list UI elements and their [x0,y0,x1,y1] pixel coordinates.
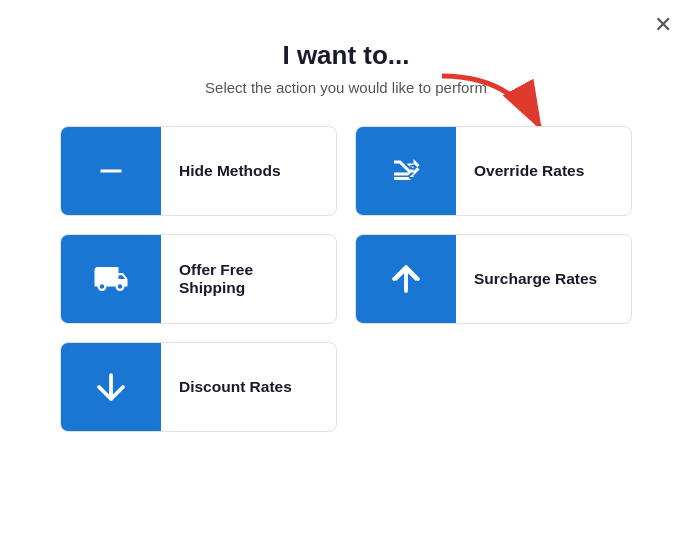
cards-wrapper: Hide Methods Override Rates [60,126,632,432]
discount-rates-label: Discount Rates [161,378,310,396]
offer-free-shipping-label: Offer Free Shipping [161,261,336,297]
modal-title: I want to... [282,40,409,71]
hide-methods-icon [61,127,161,215]
override-rates-icon [356,127,456,215]
discount-rates-card[interactable]: Discount Rates [60,342,337,432]
hide-methods-card[interactable]: Hide Methods [60,126,337,216]
override-rates-label: Override Rates [456,162,602,180]
modal: ✕ I want to... Select the action you wou… [0,0,692,536]
surcharge-rates-card[interactable]: Surcharge Rates [355,234,632,324]
hide-methods-label: Hide Methods [161,162,299,180]
surcharge-rates-label: Surcharge Rates [456,270,615,288]
offer-free-shipping-icon [61,235,161,323]
surcharge-rates-icon [356,235,456,323]
modal-subtitle: Select the action you would like to perf… [205,79,487,96]
discount-rates-icon [61,343,161,431]
options-grid: Hide Methods Override Rates [60,126,632,432]
close-button[interactable]: ✕ [654,14,672,36]
offer-free-shipping-card[interactable]: Offer Free Shipping [60,234,337,324]
override-rates-card[interactable]: Override Rates [355,126,632,216]
